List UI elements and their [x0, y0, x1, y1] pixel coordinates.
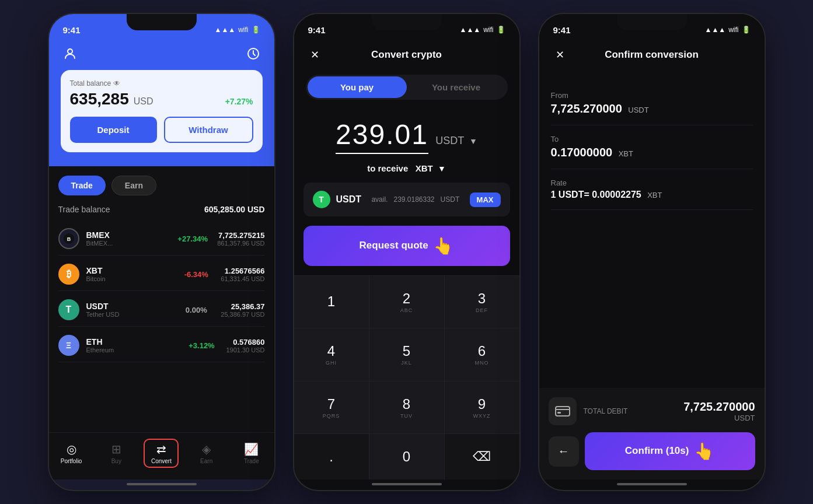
numpad: 1 2 ABC 3 DEF 4 GHI 5 JKL 6 MNO 7 PQRS 8: [294, 275, 519, 480]
cursor-hand-confirm: 👆: [694, 442, 714, 461]
status-icons-2: ▲▲▲ wifi 🔋: [460, 26, 505, 34]
you-pay-tab[interactable]: You pay: [308, 76, 407, 98]
modal-header-convert: ✕ Convert crypto: [294, 40, 519, 70]
convert-toggle: You pay You receive: [306, 75, 508, 100]
balance-change: +7.27%: [225, 97, 253, 106]
numpad-8[interactable]: 8 TUV: [369, 382, 444, 433]
nav-convert[interactable]: ⇄ Convert: [144, 439, 179, 468]
balance-amount: 635,285 USD: [70, 90, 153, 108]
battery-icon-3: 🔋: [742, 26, 751, 34]
portfolio-nav-label: Portfolio: [61, 458, 82, 464]
battery-icon-2: 🔋: [497, 26, 505, 34]
asset-balance-eth: 0.576860 1901.30 USD: [226, 338, 264, 354]
nav-buy[interactable]: ⊞ Buy: [99, 442, 134, 464]
debit-amount: 7,725.270000: [683, 400, 755, 414]
hero-top: [61, 44, 263, 63]
nav-portfolio[interactable]: ◎ Portfolio: [54, 442, 89, 464]
asset-change-bmex: +27.34%: [175, 235, 210, 243]
debit-amount-block: 7,725.270000 USDT: [683, 400, 755, 422]
asset-balance-usdt: 25,386.37 25,386.97 USD: [221, 302, 264, 318]
convert-nav-icon: ⇄: [156, 442, 166, 456]
svg-rect-4: [556, 407, 570, 416]
earn-tab[interactable]: Earn: [111, 176, 156, 195]
receive-currency: XBT: [416, 163, 433, 173]
to-value: 0.17000000 XBT: [551, 146, 753, 159]
table-row[interactable]: T USDT Tether USD 0.00% 25,386.37 25,386…: [58, 293, 265, 327]
numpad-1[interactable]: 1: [294, 276, 369, 328]
phone-convert: 9:41 ▲▲▲ wifi 🔋 ✕ Convert crypto You pay…: [293, 13, 521, 491]
to-label: To: [551, 135, 753, 144]
to-field: To 0.17000000 XBT: [551, 125, 753, 169]
balance-row: 635,285 USD +7.27%: [70, 90, 253, 108]
history-icon[interactable]: [244, 44, 263, 63]
table-row[interactable]: Ξ ETH Ethereum +3.12% 0.576860 1901.30 U…: [58, 329, 265, 362]
numpad-9[interactable]: 9 WXYZ: [445, 382, 519, 433]
max-button[interactable]: MAX: [470, 192, 501, 207]
rate-field: Rate 1 USDT= 0.00002275 XBT: [551, 169, 753, 210]
numpad-2[interactable]: 2 ABC: [369, 276, 444, 328]
phone-confirm: 9:41 ▲▲▲ wifi 🔋 ✕ Confirm conversion Fro…: [538, 13, 766, 491]
debit-info: TOTAL DEBIT: [584, 407, 677, 415]
close-button-convert[interactable]: ✕: [306, 46, 324, 64]
numpad-5[interactable]: 5 JKL: [369, 328, 444, 380]
battery-icon: 🔋: [252, 26, 260, 34]
modal-header-confirm: ✕ Confirm conversion: [539, 40, 765, 70]
modal-title-confirm: Confirm conversion: [605, 49, 699, 61]
numpad-3[interactable]: 3 DEF: [445, 276, 519, 328]
you-receive-tab[interactable]: You receive: [407, 76, 506, 98]
from-value: 7,725.270000 USDT: [551, 102, 753, 116]
signal-icon-3: ▲▲▲: [705, 26, 726, 34]
eye-icon[interactable]: 👁: [113, 79, 120, 88]
table-row[interactable]: ₿ XBT Bitcoin -6.34% 1.25676566 61,331.4…: [58, 258, 265, 291]
nav-trade[interactable]: 📈 Trade: [234, 442, 269, 464]
balance-label: Total balance 👁: [70, 79, 253, 88]
back-button[interactable]: ←: [549, 436, 579, 467]
numpad-6[interactable]: 6 MNO: [445, 328, 519, 380]
signal-icon: ▲▲▲: [215, 26, 236, 34]
deposit-button[interactable]: Deposit: [70, 117, 157, 143]
notch-2: [372, 14, 442, 30]
confirm-button[interactable]: Confirm (10s) 👆: [585, 432, 755, 470]
asset-balance-bmex: 7,725.275215 861,357.96 USD: [217, 231, 264, 247]
currency-chevron[interactable]: ▼: [469, 136, 477, 146]
asset-sub-bmex: BitMEX...: [86, 240, 169, 247]
debit-label: TOTAL DEBIT: [584, 407, 677, 415]
usdt-icon: T: [58, 299, 79, 320]
trade-tab[interactable]: Trade: [58, 176, 106, 195]
currency-row: T USDT avail. 239.0186332 USDT MAX: [303, 183, 510, 216]
trade-nav-icon: 📈: [244, 442, 259, 456]
numpad-0[interactable]: 0: [369, 434, 444, 480]
table-row[interactable]: B BMEX BitMEX... +27.34% 7,725.275215 86…: [58, 222, 265, 256]
profile-icon[interactable]: [61, 44, 79, 63]
status-time-1: 9:41: [63, 25, 81, 35]
numpad-dot[interactable]: .: [294, 434, 369, 480]
buy-nav-icon: ⊞: [111, 442, 121, 456]
trade-balance-row: Trade balance 605,285.00 USD: [58, 205, 265, 214]
receive-label: to receive XBT ▼: [294, 159, 519, 183]
wifi-icon-2: wifi: [483, 26, 493, 34]
backspace-icon: ⌫: [473, 449, 491, 464]
asset-info-usdt: USDT Tether USD: [86, 302, 172, 318]
eth-icon: Ξ: [58, 335, 79, 356]
confirm-buttons: ← Confirm (10s) 👆: [549, 432, 755, 470]
status-time-3: 9:41: [553, 25, 571, 35]
numpad-4[interactable]: 4 GHI: [294, 328, 369, 380]
bmex-icon: B: [58, 228, 79, 249]
svg-rect-6: [557, 412, 561, 414]
receive-chevron[interactable]: ▼: [438, 164, 446, 173]
asset-list: B BMEX BitMEX... +27.34% 7,725.275215 86…: [58, 222, 265, 362]
currency-left: T USDT: [313, 191, 362, 208]
numpad-7[interactable]: 7 PQRS: [294, 382, 369, 433]
close-button-confirm[interactable]: ✕: [551, 46, 570, 64]
confirm-footer: TOTAL DEBIT 7,725.270000 USDT ← Confirm …: [539, 388, 765, 480]
phone-portfolio: 9:41 ▲▲▲ wifi 🔋 Total bala: [48, 13, 275, 491]
numpad-backspace[interactable]: ⌫: [445, 434, 519, 480]
debit-currency: USDT: [683, 414, 755, 422]
confirm-content: From 7,725.270000 USDT To 0.17000000 XBT…: [539, 70, 765, 388]
signal-icon-2: ▲▲▲: [460, 26, 481, 34]
nav-earn[interactable]: ◈ Earn: [189, 442, 224, 464]
rate-value: 1 USDT= 0.00002275 XBT: [551, 190, 753, 200]
request-quote-button[interactable]: Request quote 👆: [303, 226, 510, 266]
withdraw-button[interactable]: Withdraw: [164, 117, 253, 143]
toggle-tabs: Trade Earn: [58, 176, 265, 195]
